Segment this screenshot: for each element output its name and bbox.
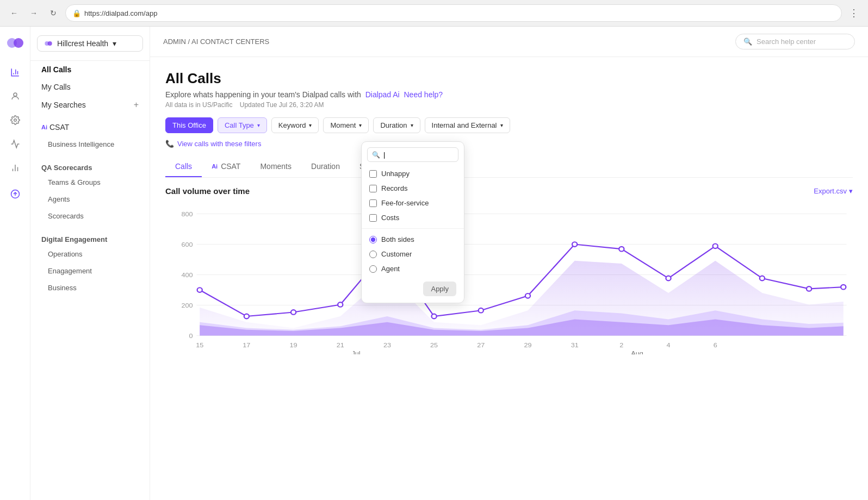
add-search-icon[interactable]: +: [134, 100, 139, 110]
sidebar-item-all-calls[interactable]: All Calls: [30, 61, 150, 78]
need-help-link[interactable]: Need help?: [404, 90, 443, 99]
export-button[interactable]: Export.csv ▾: [814, 187, 853, 195]
this-office-filter[interactable]: This Office: [165, 117, 213, 133]
dropdown-item-customer[interactable]: Customer: [362, 247, 464, 261]
svg-text:17: 17: [243, 341, 250, 349]
ai-icon: Ai: [41, 124, 47, 130]
agent-radio[interactable]: [369, 265, 377, 273]
call-type-filter[interactable]: Call Type ▾: [218, 117, 267, 133]
sidebar-item-operations[interactable]: Operations: [30, 246, 150, 262]
data-point: [666, 276, 671, 281]
records-checkbox[interactable]: [369, 185, 377, 192]
sidebar-item-my-calls[interactable]: My Calls: [30, 78, 150, 96]
sidebar-item-engagement[interactable]: Enagagement: [30, 262, 150, 279]
nav-contacts-icon[interactable]: [4, 85, 26, 107]
data-point: [572, 242, 577, 247]
data-point: [338, 302, 343, 307]
data-point: [479, 308, 483, 313]
sidebar: Hillcrest Health ▾ All Calls My Calls My…: [30, 27, 150, 500]
svg-point-10: [48, 41, 52, 46]
svg-point-2: [14, 93, 17, 96]
svg-text:23: 23: [383, 341, 391, 349]
svg-point-1: [14, 38, 23, 48]
org-selector[interactable]: Hillcrest Health ▾: [37, 35, 143, 52]
unhappy-checkbox[interactable]: [369, 170, 377, 178]
internal-external-filter[interactable]: Internal and External ▾: [425, 117, 510, 133]
data-point: [760, 276, 765, 281]
sidebar-item-csat[interactable]: Ai CSAT: [30, 118, 150, 136]
duration-chevron-icon: ▾: [411, 122, 413, 128]
sidebar-item-business[interactable]: Business: [30, 279, 150, 296]
sidebar-item-teams-groups[interactable]: Teams & Groups: [30, 174, 150, 191]
moment-filter[interactable]: Moment ▾: [323, 117, 369, 133]
dropdown-item-both-sides[interactable]: Both sides: [362, 232, 464, 247]
svg-text:25: 25: [430, 341, 438, 349]
sidebar-item-business-intelligence[interactable]: Business Intelligence: [30, 136, 150, 153]
costs-checkbox[interactable]: [369, 214, 377, 222]
filters-row: This Office Call Type ▾ Keyword ▾ Moment…: [165, 117, 853, 133]
tab-csat[interactable]: Ai CSAT: [202, 157, 250, 177]
back-button[interactable]: ←: [7, 5, 22, 21]
nav-trend-icon[interactable]: [4, 183, 26, 205]
search-help-input[interactable]: 🔍 Search help center: [735, 34, 855, 49]
address-bar[interactable]: 🔒 https://dialpad.com/app: [65, 4, 842, 22]
view-calls-link[interactable]: 📞 View calls with these filters: [165, 140, 853, 148]
dropdown-search-input[interactable]: [383, 151, 454, 159]
tabs-row: Calls Ai CSAT Moments Duration Status: [165, 157, 853, 178]
search-icon: 🔍: [743, 38, 752, 46]
breadcrumb: ADMIN / AI CONTACT CENTERS: [163, 38, 727, 46]
data-point: [807, 286, 811, 291]
svg-text:4: 4: [667, 341, 671, 349]
search-help-placeholder: Search help center: [757, 38, 816, 46]
data-point: [244, 314, 249, 319]
data-timestamp: All data is in US/Pacific Updated Tue Ju…: [165, 101, 853, 109]
url-text: https://dialpad.com/app: [84, 9, 157, 17]
svg-text:29: 29: [524, 341, 531, 349]
keyword-dropdown: 🔍 Unhappy Records Fee-for-service: [361, 141, 464, 303]
fee-for-service-checkbox[interactable]: [369, 199, 377, 207]
browser-menu-button[interactable]: ⋮: [846, 5, 861, 21]
chart-section: Call volume over time Export.csv ▾: [165, 186, 853, 354]
nav-settings-icon[interactable]: [4, 109, 26, 131]
sidebar-item-my-searches[interactable]: My Searches +: [30, 96, 150, 114]
dropdown-search-icon: 🔍: [372, 151, 380, 159]
duration-filter[interactable]: Duration ▾: [373, 117, 420, 133]
svg-text:400: 400: [181, 271, 193, 279]
chart-title: Call volume over time: [165, 186, 250, 196]
digital-engagement-header: Digital Engagement: [30, 229, 150, 246]
tab-moments[interactable]: Moments: [250, 157, 301, 177]
moment-chevron-icon: ▾: [359, 122, 362, 128]
keyword-chevron-icon: ▾: [309, 122, 312, 128]
nav-csat-icon[interactable]: [4, 133, 26, 155]
qa-scorecards-header: QA Scorecards: [30, 157, 150, 174]
svg-text:0: 0: [189, 332, 193, 340]
dropdown-item-fee-for-service[interactable]: Fee-for-service: [362, 196, 464, 210]
dropdown-search-box[interactable]: 🔍: [367, 147, 458, 162]
dropdown-item-records[interactable]: Records: [362, 181, 464, 196]
keyword-filter[interactable]: Keyword ▾: [271, 117, 319, 133]
data-point: [432, 314, 437, 319]
refresh-button[interactable]: ↻: [46, 5, 61, 21]
dropdown-item-unhappy[interactable]: Unhappy: [362, 166, 464, 181]
org-chevron-icon: ▾: [113, 39, 116, 48]
tab-duration[interactable]: Duration: [301, 157, 350, 177]
nav-analytics-icon[interactable]: [4, 61, 26, 83]
customer-radio[interactable]: [369, 251, 377, 258]
svg-text:21: 21: [337, 341, 344, 349]
dialpad-ai-link[interactable]: Dialpad Ai: [365, 90, 400, 99]
data-point: [713, 243, 718, 248]
apply-button[interactable]: Apply: [423, 282, 456, 296]
nav-reports-icon[interactable]: [4, 157, 26, 179]
dropdown-item-costs[interactable]: Costs: [362, 210, 464, 225]
both-sides-radio[interactable]: [369, 236, 377, 243]
forward-button[interactable]: →: [26, 5, 41, 21]
svg-text:27: 27: [477, 341, 485, 349]
org-name: Hillcrest Health: [57, 39, 108, 48]
dropdown-item-agent[interactable]: Agent: [362, 261, 464, 276]
tab-calls[interactable]: Calls: [165, 157, 202, 177]
sidebar-item-agents[interactable]: Agents: [30, 191, 150, 208]
app-header: ADMIN / AI CONTACT CENTERS 🔍 Search help…: [150, 27, 868, 57]
lock-icon: 🔒: [72, 9, 81, 17]
svg-text:Jul: Jul: [351, 350, 360, 354]
sidebar-item-scorecards[interactable]: Scorecards: [30, 208, 150, 224]
